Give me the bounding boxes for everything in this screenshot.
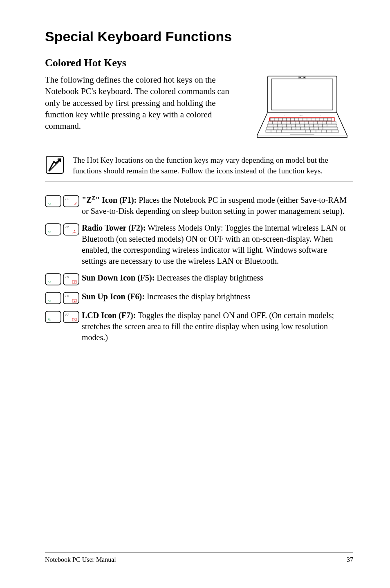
hotkey-row: Fn F5▼ Sun Down Icon (F5): Decreases the… (45, 272, 353, 285)
svg-text:F7: F7 (65, 313, 69, 316)
note-block: The Hot Key locations on the function ke… (45, 152, 353, 182)
svg-rect-48 (323, 124, 327, 127)
section-title: Colored Hot Keys (45, 57, 353, 69)
svg-rect-53 (282, 127, 287, 130)
svg-rect-6 (270, 118, 274, 121)
note-text: The Hot Key locations on the function ke… (73, 155, 353, 176)
hotkey-title: Sun Down Icon (F5): (82, 273, 155, 282)
svg-rect-30 (309, 121, 313, 124)
page-footer: Notebook PC User Manual 37 (45, 552, 353, 563)
svg-rect-55 (291, 127, 296, 130)
svg-rect-13 (299, 118, 303, 121)
svg-rect-34 (327, 121, 331, 124)
f-key-icon: F5▼ (63, 273, 79, 285)
svg-rect-35 (331, 121, 336, 124)
hotkey-row: Fn F1Zz "ZZ" Icon (F1): Places the Noteb… (45, 194, 353, 217)
svg-rect-25 (286, 121, 291, 124)
hotkey-text: "ZZ" Icon (F1): Places the Notebook PC i… (82, 194, 353, 217)
svg-rect-58 (305, 127, 309, 130)
svg-rect-18 (319, 118, 323, 121)
svg-text:F1: F1 (65, 197, 69, 200)
svg-text:ASUS: ASUS (299, 115, 303, 117)
svg-rect-28 (300, 121, 304, 124)
svg-rect-44 (305, 124, 309, 127)
hotkey-row: Fn F7 LCD Icon (F7): Toggles the display… (45, 310, 353, 343)
svg-rect-29 (304, 121, 309, 124)
svg-text:Fn: Fn (48, 318, 51, 321)
svg-rect-52 (278, 127, 282, 130)
svg-rect-45 (309, 124, 314, 127)
svg-rect-17 (315, 118, 319, 121)
svg-rect-51 (273, 127, 278, 130)
fn-key-icon: Fn (45, 223, 61, 236)
svg-rect-19 (323, 118, 327, 121)
hotkey-key-icons: Fn F7 (45, 310, 79, 323)
svg-text:F6: F6 (65, 294, 69, 297)
fn-key-icon: Fn (45, 195, 61, 207)
intro-row: The following defines the colored hot ke… (45, 74, 353, 139)
svg-rect-73 (290, 134, 314, 135)
svg-rect-27 (295, 121, 300, 124)
svg-rect-57 (300, 127, 305, 130)
hotkey-text: Sun Up Icon (F6): Increases the display … (82, 291, 353, 302)
svg-rect-32 (318, 121, 322, 124)
svg-rect-9 (282, 118, 287, 121)
svg-rect-63 (266, 130, 271, 132)
hotkey-text: LCD Icon (F7): Toggles the display panel… (82, 310, 353, 343)
svg-point-3 (304, 77, 305, 78)
svg-text:Fn: Fn (48, 281, 51, 283)
svg-text:Fn: Fn (48, 299, 51, 302)
svg-rect-12 (295, 118, 299, 121)
svg-rect-40 (287, 124, 291, 127)
hotkey-title: LCD Icon (F7): (82, 311, 136, 320)
hotkey-title: "ZZ" Icon (F1): (82, 195, 137, 204)
svg-rect-42 (296, 124, 300, 127)
svg-rect-1 (271, 79, 333, 110)
svg-rect-62 (323, 127, 338, 130)
svg-rect-26 (291, 121, 295, 124)
svg-rect-66 (282, 130, 305, 132)
svg-rect-16 (311, 118, 315, 121)
f-key-icon: F7 (63, 311, 79, 323)
svg-rect-47 (318, 124, 323, 127)
svg-rect-10 (287, 118, 291, 121)
hotkey-key-icons: Fn F6▲ (45, 291, 79, 304)
svg-rect-23 (277, 121, 282, 124)
svg-rect-54 (287, 127, 291, 130)
svg-rect-7 (274, 118, 278, 121)
fn-key-icon: Fn (45, 273, 61, 285)
svg-rect-61 (318, 127, 323, 130)
footer-right: 37 (347, 556, 353, 563)
svg-rect-37 (273, 124, 278, 127)
footer-left: Notebook PC User Manual (45, 556, 116, 563)
svg-rect-60 (314, 127, 318, 130)
svg-rect-15 (307, 118, 311, 121)
svg-rect-64 (271, 130, 276, 132)
svg-rect-41 (291, 124, 296, 127)
svg-rect-50 (267, 127, 273, 130)
svg-rect-46 (314, 124, 318, 127)
svg-rect-31 (313, 121, 318, 124)
svg-text:Fn: Fn (48, 231, 51, 233)
svg-rect-21 (268, 121, 273, 124)
svg-text:Fn: Fn (48, 202, 51, 205)
svg-text:F5: F5 (65, 276, 69, 278)
hotkeys-list: Fn F1Zz "ZZ" Icon (F1): Places the Noteb… (45, 194, 353, 343)
svg-text:▼: ▼ (74, 281, 76, 283)
f-key-icon: F6▲ (63, 292, 79, 304)
note-icon (45, 155, 65, 175)
svg-rect-69 (316, 130, 321, 132)
svg-rect-8 (278, 118, 282, 121)
page-title: Special Keyboard Functions (45, 29, 353, 45)
laptop-illustration: □ □ ASUS (251, 74, 353, 139)
svg-text:▲: ▲ (74, 300, 76, 302)
f-key-icon: F2 (63, 223, 79, 236)
svg-rect-20 (327, 118, 332, 121)
svg-rect-65 (276, 130, 282, 132)
svg-rect-39 (282, 124, 287, 127)
hotkey-text: Radio Tower (F2): Wireless Models Only: … (82, 222, 353, 267)
intro-text: The following defines the colored hot ke… (45, 74, 243, 132)
svg-rect-72 (332, 130, 338, 132)
svg-point-2 (300, 77, 301, 78)
svg-rect-68 (311, 130, 316, 132)
